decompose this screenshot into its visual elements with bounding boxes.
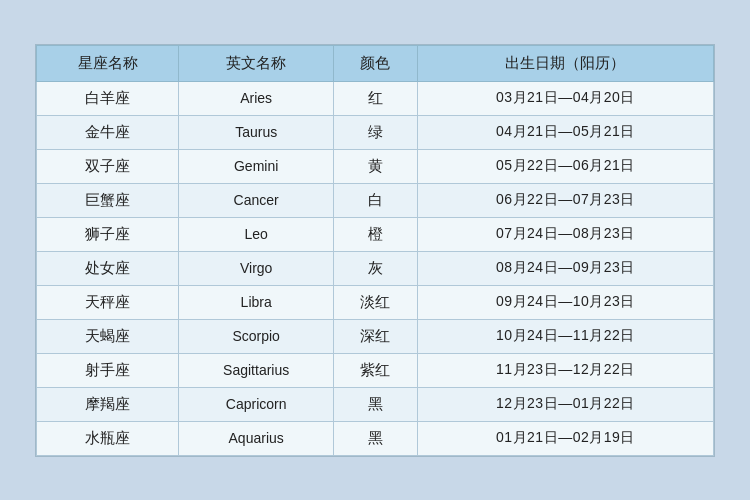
cell-date: 08月24日—09月23日 — [417, 251, 713, 285]
cell-color: 灰 — [333, 251, 417, 285]
cell-color: 绿 — [333, 115, 417, 149]
cell-color: 紫红 — [333, 353, 417, 387]
table-row: 天秤座Libra淡红09月24日—10月23日 — [37, 285, 714, 319]
header-color: 颜色 — [333, 45, 417, 81]
cell-date: 01月21日—02月19日 — [417, 421, 713, 455]
cell-chinese-name: 射手座 — [37, 353, 179, 387]
cell-chinese-name: 摩羯座 — [37, 387, 179, 421]
cell-english-name: Aries — [179, 81, 333, 115]
cell-english-name: Libra — [179, 285, 333, 319]
table-row: 狮子座Leo橙07月24日—08月23日 — [37, 217, 714, 251]
table-row: 处女座Virgo灰08月24日—09月23日 — [37, 251, 714, 285]
table-row: 水瓶座Aquarius黑01月21日—02月19日 — [37, 421, 714, 455]
cell-date: 09月24日—10月23日 — [417, 285, 713, 319]
table-row: 巨蟹座Cancer白06月22日—07月23日 — [37, 183, 714, 217]
cell-color: 红 — [333, 81, 417, 115]
cell-english-name: Cancer — [179, 183, 333, 217]
table-row: 白羊座Aries红03月21日—04月20日 — [37, 81, 714, 115]
cell-chinese-name: 金牛座 — [37, 115, 179, 149]
cell-date: 06月22日—07月23日 — [417, 183, 713, 217]
cell-chinese-name: 处女座 — [37, 251, 179, 285]
table-body: 白羊座Aries红03月21日—04月20日金牛座Taurus绿04月21日—0… — [37, 81, 714, 455]
cell-color: 白 — [333, 183, 417, 217]
cell-date: 10月24日—11月22日 — [417, 319, 713, 353]
header-chinese-name: 星座名称 — [37, 45, 179, 81]
table-row: 射手座Sagittarius紫红11月23日—12月22日 — [37, 353, 714, 387]
zodiac-table-container: 星座名称 英文名称 颜色 出生日期（阳历） 白羊座Aries红03月21日—04… — [35, 44, 715, 457]
cell-color: 橙 — [333, 217, 417, 251]
cell-chinese-name: 巨蟹座 — [37, 183, 179, 217]
cell-chinese-name: 水瓶座 — [37, 421, 179, 455]
cell-chinese-name: 天蝎座 — [37, 319, 179, 353]
table-row: 双子座Gemini黄05月22日—06月21日 — [37, 149, 714, 183]
cell-english-name: Gemini — [179, 149, 333, 183]
cell-english-name: Leo — [179, 217, 333, 251]
cell-date: 05月22日—06月21日 — [417, 149, 713, 183]
zodiac-table: 星座名称 英文名称 颜色 出生日期（阳历） 白羊座Aries红03月21日—04… — [36, 45, 714, 456]
cell-color: 深红 — [333, 319, 417, 353]
cell-english-name: Taurus — [179, 115, 333, 149]
cell-date: 04月21日—05月21日 — [417, 115, 713, 149]
table-row: 天蝎座Scorpio深红10月24日—11月22日 — [37, 319, 714, 353]
cell-english-name: Scorpio — [179, 319, 333, 353]
cell-color: 淡红 — [333, 285, 417, 319]
table-row: 金牛座Taurus绿04月21日—05月21日 — [37, 115, 714, 149]
cell-color: 黑 — [333, 387, 417, 421]
cell-chinese-name: 天秤座 — [37, 285, 179, 319]
cell-english-name: Sagittarius — [179, 353, 333, 387]
cell-chinese-name: 狮子座 — [37, 217, 179, 251]
cell-english-name: Virgo — [179, 251, 333, 285]
cell-chinese-name: 双子座 — [37, 149, 179, 183]
header-date: 出生日期（阳历） — [417, 45, 713, 81]
cell-date: 07月24日—08月23日 — [417, 217, 713, 251]
cell-date: 11月23日—12月22日 — [417, 353, 713, 387]
cell-date: 12月23日—01月22日 — [417, 387, 713, 421]
cell-color: 黑 — [333, 421, 417, 455]
header-english-name: 英文名称 — [179, 45, 333, 81]
cell-english-name: Aquarius — [179, 421, 333, 455]
cell-color: 黄 — [333, 149, 417, 183]
table-header-row: 星座名称 英文名称 颜色 出生日期（阳历） — [37, 45, 714, 81]
cell-chinese-name: 白羊座 — [37, 81, 179, 115]
cell-english-name: Capricorn — [179, 387, 333, 421]
cell-date: 03月21日—04月20日 — [417, 81, 713, 115]
table-row: 摩羯座Capricorn黑12月23日—01月22日 — [37, 387, 714, 421]
